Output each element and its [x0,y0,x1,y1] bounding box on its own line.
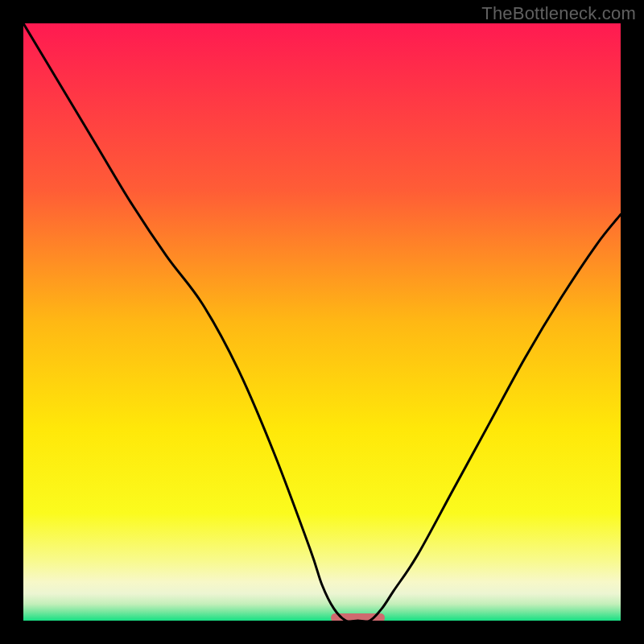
plot-area [23,23,621,621]
chart-container: TheBottleneck.com [0,0,644,644]
watermark-text: TheBottleneck.com [481,3,636,24]
chart-svg [23,23,621,621]
gradient-background [23,23,621,621]
